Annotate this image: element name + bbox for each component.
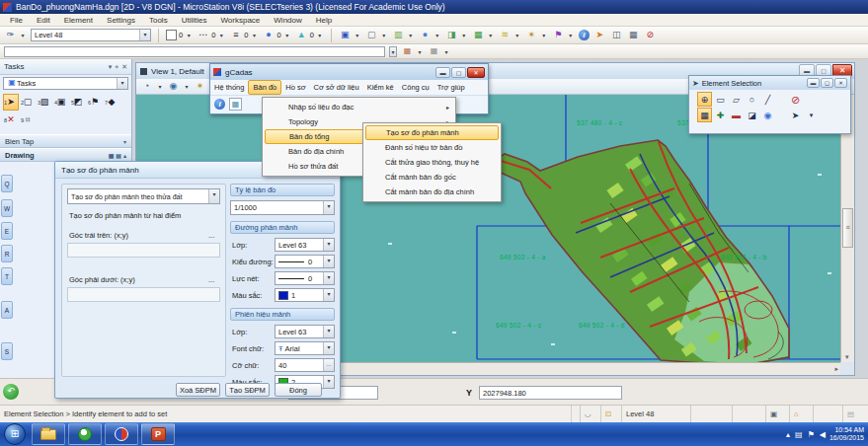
gcadas-menu-kiemke[interactable]: Kiểm kê	[363, 81, 398, 94]
transparency-dropdown-icon[interactable]: ▾	[283, 32, 291, 38]
submenu-item-cat-manh-goc[interactable]: Cắt mảnh bản đồ gốc	[365, 170, 499, 185]
select-circle-button[interactable]: ○	[745, 92, 759, 107]
primary-tool-cells-button[interactable]: ●▾	[419, 29, 441, 41]
keyin-table-dropdown-icon[interactable]: ▾	[416, 48, 424, 55]
select-mode-new-button[interactable]: ▦	[697, 108, 712, 122]
select-shape-button[interactable]: ▱	[729, 92, 744, 107]
menu-utilities[interactable]: Utilities	[182, 16, 207, 25]
element-selection-titlebar[interactable]: ➤ Element Selection ▬ ▢ ✕	[689, 76, 850, 90]
taskbar-microstation-button[interactable]	[105, 423, 138, 445]
key-a[interactable]: A	[1, 301, 13, 319]
top-left-corner-field[interactable]	[67, 243, 220, 258]
gcadas-menu-cosodulieu[interactable]: Cơ sở dữ liệu	[310, 81, 363, 94]
view-display-icon[interactable]: ◔	[140, 80, 153, 93]
task-tool-modify[interactable]: ▣4	[53, 94, 69, 111]
network-icon[interactable]: ▤	[795, 430, 803, 439]
combo-arrow-icon[interactable]: ▾	[323, 326, 334, 337]
select-mode-invert-button[interactable]: ◪	[745, 108, 759, 122]
primary-tool-database-button[interactable]: ▦▾	[472, 29, 495, 41]
font-size-browse-button[interactable]: ...	[323, 359, 334, 371]
gcadas-close-button[interactable]: ✕	[467, 67, 485, 78]
menu-item-nhap-so-lieu[interactable]: Nhập số liệu đo đạc▸	[265, 100, 453, 114]
taskbar-explorer-button[interactable]	[32, 423, 65, 445]
flag-dropdown-icon[interactable]: ▾	[567, 32, 575, 38]
tray-expand-icon[interactable]: ▴	[786, 430, 790, 439]
active-linestyle-control[interactable]: ⋯ 0 ▾	[197, 29, 225, 41]
dgn-status-icon[interactable]: ▤	[842, 406, 868, 422]
primary-tool-flag-button[interactable]: ⚑▾	[552, 29, 575, 41]
gcadas-menu-congcu[interactable]: Công cụ	[398, 81, 434, 94]
gcadas-maximize-button[interactable]: ▢	[451, 67, 466, 78]
view-render-icon[interactable]: ◉	[167, 80, 180, 93]
active-level-combo[interactable]: Level 48 ▾	[31, 29, 151, 41]
menu-element[interactable]: Element	[64, 16, 93, 25]
primary-tool-models-button[interactable]: ▣▾	[339, 29, 361, 41]
select-mode-subtract-button[interactable]: ▬	[729, 108, 744, 122]
task-section-bientap[interactable]: Bien Tap ▾	[0, 134, 131, 148]
tasks-panel-header[interactable]: Tasks ▾ ⌖ ✕	[0, 59, 131, 75]
hscroll-right-arrow-icon[interactable]: ▸	[834, 365, 838, 373]
menu-edit[interactable]: Edit	[37, 16, 50, 25]
element-information-button[interactable]: i	[579, 30, 590, 40]
view-display-dropdown-icon[interactable]: ▾	[156, 83, 164, 90]
menu-window[interactable]: Window	[274, 16, 301, 25]
task-tool-delete[interactable]: ✕8	[3, 112, 19, 128]
tasks-combo[interactable]: ▣ Tasks ▾	[3, 77, 128, 90]
taskbar-powerpoint-button[interactable]: P	[141, 423, 175, 445]
raster-dropdown-icon[interactable]: ▾	[407, 32, 415, 38]
font-combo[interactable]: ŦArial▾	[275, 341, 335, 355]
combo-arrow-icon[interactable]: ▾	[323, 342, 334, 354]
menu-settings[interactable]: Settings	[107, 16, 135, 25]
task-tool-fence-ops[interactable]: ⌗9	[20, 112, 36, 128]
drawing-list-icon[interactable]: ▤	[116, 152, 121, 159]
taskbar-clock[interactable]: 10:54 AM 16/09/2015	[829, 426, 868, 442]
mode-combo-arrow-icon[interactable]: ▾	[208, 189, 219, 203]
primary-tool-image-button[interactable]: ◨▾	[445, 29, 468, 41]
y-coordinate-field[interactable]: 2027948.180	[479, 386, 622, 400]
task-tool-fence[interactable]: ▢2	[20, 94, 36, 111]
task-tool-manipulate[interactable]: ▧3	[37, 94, 52, 111]
action-center-icon[interactable]: ⚑	[808, 430, 815, 439]
select-individual-button[interactable]: ⊕	[697, 92, 712, 107]
gcadas-table-icon[interactable]: ▦	[229, 98, 242, 111]
priority-dropdown-icon[interactable]: ▾	[316, 32, 324, 38]
gcadas-menu-hethong[interactable]: Hệ thống	[210, 81, 248, 94]
xoa-sdpm-button[interactable]: Xoá SĐPM	[176, 383, 220, 397]
bottom-right-ellipsis-button[interactable]: ...	[208, 275, 214, 284]
popset-icon[interactable]: ◫	[610, 29, 623, 41]
select-mode-all-button[interactable]: ◉	[760, 108, 775, 122]
menu-tools[interactable]: Tools	[149, 16, 168, 25]
active-color-control[interactable]: 0 ▾	[166, 30, 193, 40]
keyin-browse-button[interactable]: ▦▾	[401, 45, 424, 58]
combo-arrow-icon[interactable]: ▾	[323, 376, 334, 388]
primary-tool-references-button[interactable]: ▢▾	[365, 29, 388, 41]
color-dropdown-icon[interactable]: ▾	[185, 32, 193, 38]
tasks-close-icon[interactable]: ✕	[121, 63, 127, 71]
submenu-item-cat-thua-giao-thong[interactable]: Cắt thửa giao thông, thuỷ hệ	[365, 155, 499, 170]
lineweight-dropdown-icon[interactable]: ▾	[251, 32, 259, 38]
fence-status-icon[interactable]: ⌂	[789, 406, 813, 422]
start-button[interactable]: ⊞	[4, 423, 26, 445]
models-dropdown-icon[interactable]: ▾	[354, 32, 361, 38]
priority-control[interactable]: ▲ 0 ▾	[295, 29, 324, 41]
tasks-chevron-icon[interactable]: ▾	[109, 63, 113, 71]
esel-close-button[interactable]: ✕	[834, 78, 847, 88]
line-color-combo[interactable]: 1▾	[275, 288, 335, 302]
lineweight-combo[interactable]: 0▾	[275, 271, 335, 285]
combo-arrow-icon[interactable]: ▾	[323, 256, 334, 267]
drawing-view-icons[interactable]: ▦	[109, 152, 115, 159]
esel-minimize-button[interactable]: ▬	[807, 78, 820, 88]
gcadas-menu-bando[interactable]: Bản đồ	[248, 80, 281, 95]
mode-combo[interactable]: Tạo sơ đồ phân mảnh theo thửa đất ▾	[67, 188, 220, 204]
view-vertical-scrollbar[interactable]: ▴ ≡ ▾	[840, 95, 854, 362]
key-t[interactable]: T	[1, 267, 13, 285]
font-size-field[interactable]: 40...	[275, 358, 335, 372]
tasks-combo-arrow-icon[interactable]: ▾	[117, 78, 127, 89]
bientap-chevron-icon[interactable]: ▾	[123, 138, 126, 145]
label-layer-combo[interactable]: Level 63▾	[275, 325, 335, 338]
vscroll-down-arrow-icon[interactable]: ▾	[845, 353, 849, 361]
tao-sdpm-button[interactable]: Tạo SĐPM	[225, 383, 270, 397]
selection-set-icon[interactable]: ▣	[765, 406, 789, 422]
active-element-template-button[interactable]: ✑ ▾	[4, 29, 27, 41]
grid-tool-icon[interactable]: ▦	[627, 29, 640, 41]
